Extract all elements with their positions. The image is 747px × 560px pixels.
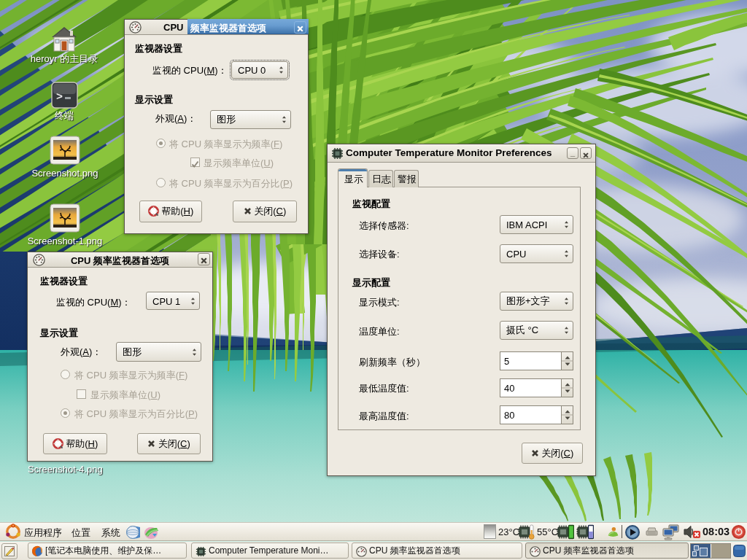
svg-text:>: > [56,91,63,104]
